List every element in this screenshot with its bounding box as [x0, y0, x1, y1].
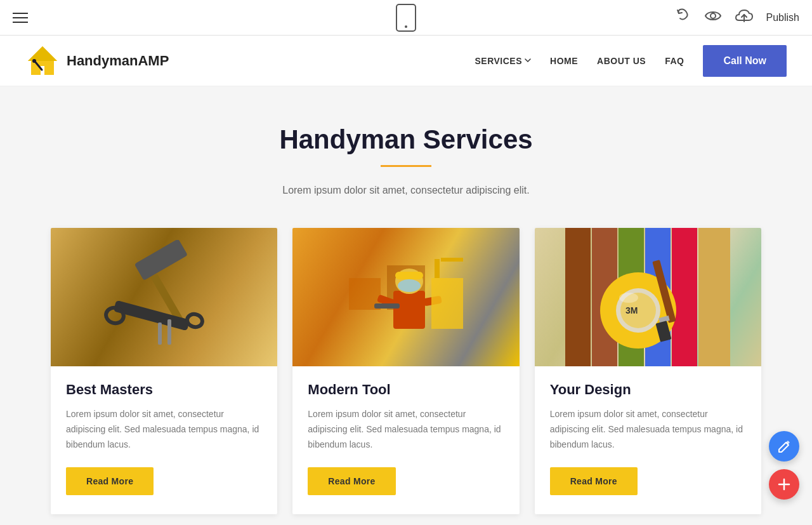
svg-point-5 [32, 59, 36, 63]
publish-label: Publish [766, 12, 799, 23]
svg-rect-22 [431, 278, 463, 329]
cloud-upload-icon[interactable] [735, 9, 754, 27]
fab-container [769, 431, 799, 500]
card-image-1 [51, 228, 277, 366]
preview-button[interactable] [704, 9, 722, 26]
card-image-2 [292, 228, 519, 366]
site-navbar: HandymanAMP SERVICES HOME ABOUT US FAQ C… [0, 36, 812, 86]
svg-rect-30 [698, 228, 730, 366]
svg-rect-21 [374, 303, 400, 309]
card-body-3: Your Design Lorem ipsum dolor sit amet, … [535, 366, 761, 514]
edit-icon [777, 439, 791, 453]
svg-rect-24 [441, 258, 463, 262]
plus-icon [777, 477, 791, 491]
svg-point-12 [185, 312, 203, 329]
svg-point-0 [710, 13, 716, 18]
editor-bar-center [396, 4, 416, 32]
nav-faq[interactable]: FAQ [665, 56, 684, 66]
hamburger-menu[interactable] [13, 13, 28, 23]
read-more-button-1[interactable]: Read More [66, 467, 154, 495]
section-title: Handyman Services [51, 124, 761, 155]
site-nav: SERVICES HOME ABOUT US FAQ Call Now [475, 45, 787, 77]
title-underline [381, 165, 431, 167]
nav-services[interactable]: SERVICES [475, 56, 531, 66]
card-title-2: Modern Tool [308, 382, 504, 398]
svg-rect-25 [565, 228, 591, 366]
card-your-design: 3M Your Design Lorem ipsum dolor sit ame… [535, 228, 761, 514]
site-logo: HandymanAMP [25, 43, 169, 78]
read-more-button-3[interactable]: Read More [550, 467, 638, 495]
card-modern-tool: Modern Tool Lorem ipsum dolor sit amet, … [292, 228, 519, 514]
svg-rect-10 [158, 322, 162, 345]
svg-rect-15 [393, 291, 425, 329]
card-desc-3: Lorem ipsum dolor sit amet, consectetur … [550, 407, 746, 452]
main-content: Handyman Services Lorem ipsum dolor sit … [0, 86, 812, 525]
worker-illustration [343, 240, 469, 354]
editor-toolbar: Publish [0, 0, 812, 36]
card-best-masters: Best Masters Lorem ipsum dolor sit amet,… [51, 228, 277, 514]
svg-rect-6 [134, 240, 187, 281]
svg-point-34 [619, 293, 638, 303]
nav-home[interactable]: HOME [550, 56, 578, 66]
svg-rect-11 [167, 319, 171, 345]
mobile-preview-button[interactable] [396, 4, 416, 32]
cards-grid: Best Masters Lorem ipsum dolor sit amet,… [51, 228, 761, 514]
svg-text:3M: 3M [625, 305, 638, 316]
tools-illustration [101, 240, 228, 354]
card-title-1: Best Masters [66, 382, 262, 398]
fab-edit-button[interactable] [769, 431, 799, 462]
read-more-button-2[interactable]: Read More [308, 467, 395, 495]
svg-point-18 [398, 279, 421, 292]
card-title-3: Your Design [550, 382, 746, 398]
tape-illustration: 3M [565, 228, 730, 366]
svg-marker-3 [28, 46, 57, 61]
logo-icon [25, 43, 60, 78]
editor-bar-left [13, 13, 28, 23]
svg-rect-17 [395, 272, 423, 279]
card-body-1: Best Masters Lorem ipsum dolor sit amet,… [51, 366, 277, 514]
nav-about[interactable]: ABOUT US [597, 56, 646, 66]
undo-button[interactable] [674, 7, 691, 29]
card-image-3: 3M [535, 228, 761, 366]
chevron-down-icon [525, 58, 531, 63]
card-desc-2: Lorem ipsum dolor sit amet, consectetur … [308, 407, 504, 452]
svg-rect-29 [672, 228, 697, 366]
call-now-button[interactable]: Call Now [703, 45, 787, 77]
card-desc-1: Lorem ipsum dolor sit amet, consectetur … [66, 407, 262, 452]
fab-add-button[interactable] [769, 469, 799, 500]
section-subtitle: Lorem ipsum dolor sit amet, consectetur … [51, 185, 761, 196]
logo-text: HandymanAMP [67, 53, 169, 69]
svg-rect-23 [435, 259, 440, 278]
card-body-2: Modern Tool Lorem ipsum dolor sit amet, … [292, 366, 519, 514]
editor-bar-right: Publish [674, 7, 799, 29]
publish-button[interactable]: Publish [766, 12, 799, 23]
